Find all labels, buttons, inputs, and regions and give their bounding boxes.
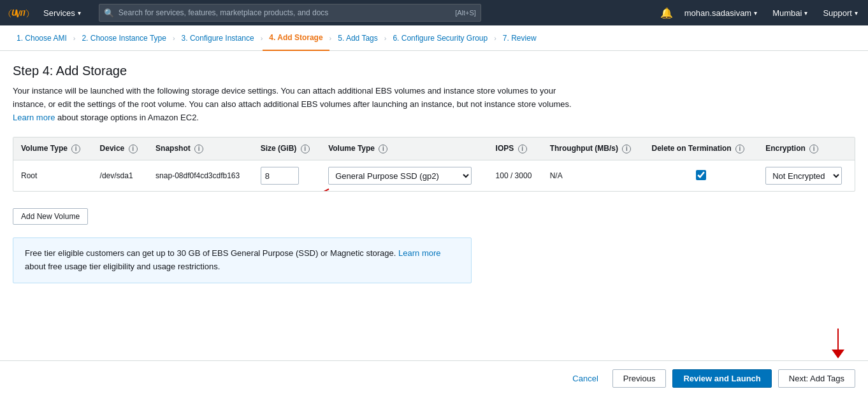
breadcrumb-step-2[interactable]: 2. Choose Instance Type bbox=[75, 25, 173, 51]
bottom-action-bar: Cancel Previous Review and Launch Next: … bbox=[0, 360, 868, 396]
breadcrumb-step-7[interactable]: 7. Review bbox=[496, 25, 543, 51]
cancel-button[interactable]: Cancel bbox=[565, 370, 605, 387]
cell-size bbox=[253, 160, 321, 192]
col-header-vol-type: Volume Type i bbox=[321, 138, 488, 160]
col-header-snapshot: Snapshot i bbox=[148, 138, 253, 160]
vol-type-info-icon[interactable]: i bbox=[379, 145, 387, 153]
size-info-icon[interactable]: i bbox=[301, 145, 310, 153]
info-text-before-link: Free tier eligible customers can get up … bbox=[25, 248, 396, 258]
storage-table: Volume Type i Device i Snapshot i Size (… bbox=[13, 138, 855, 191]
delete-term-info-icon[interactable]: i bbox=[735, 145, 744, 153]
services-menu-button[interactable]: Services ▾ bbox=[38, 6, 86, 20]
free-tier-learn-more-link[interactable]: Learn more bbox=[398, 248, 440, 258]
size-input[interactable] bbox=[261, 167, 299, 185]
support-chevron-icon: ▾ bbox=[855, 10, 858, 17]
col-header-device: Device i bbox=[92, 138, 148, 160]
cell-encryption: Not Encrypted aws/ebs bbox=[758, 160, 855, 192]
storage-table-container: Volume Type i Device i Snapshot i Size (… bbox=[13, 137, 855, 192]
page-title: Step 4: Add Storage bbox=[13, 64, 855, 78]
top-navigation: Services ▾ 🔍 [Alt+S] 🔔 mohan.sadasivam ▾… bbox=[0, 0, 868, 25]
next-add-tags-button[interactable]: Next: Add Tags bbox=[778, 369, 855, 388]
aws-logo bbox=[6, 4, 32, 22]
col-header-delete-on-term: Delete on Termination i bbox=[644, 138, 758, 160]
device-info-icon[interactable]: i bbox=[129, 145, 138, 153]
snapshot-info-icon[interactable]: i bbox=[194, 145, 203, 153]
cell-snapshot: snap-08df0f4cd3cdfb163 bbox=[148, 160, 253, 192]
support-menu-button[interactable]: Support ▾ bbox=[819, 6, 862, 20]
cell-device: /dev/sda1 bbox=[92, 160, 148, 192]
region-label: Mumbai bbox=[772, 8, 802, 18]
nav-right-section: 🔔 mohan.sadasivam ▾ Mumbai ▾ Support ▾ bbox=[660, 6, 862, 20]
username-label: mohan.sadasivam bbox=[684, 8, 752, 18]
throughput-info-icon[interactable]: i bbox=[622, 145, 631, 153]
col-header-throughput: Throughput (MB/s) i bbox=[542, 138, 644, 160]
encryption-info-icon[interactable]: i bbox=[809, 145, 818, 153]
encryption-select[interactable]: Not Encrypted aws/ebs bbox=[765, 167, 842, 185]
iops-info-icon[interactable]: i bbox=[518, 145, 527, 153]
cell-volume-type-select: General Purpose SSD (gp2) Provisioned IO… bbox=[321, 160, 488, 192]
learn-more-link[interactable]: Learn more bbox=[13, 113, 55, 122]
table-row: Root /dev/sda1 snap-08df0f4cd3cdfb163 bbox=[13, 160, 855, 192]
cell-throughput: N/A bbox=[542, 160, 644, 192]
col-header-iops: IOPS i bbox=[488, 138, 542, 160]
breadcrumb-step-6[interactable]: 6. Configure Security Group bbox=[386, 25, 494, 51]
volume-type-select[interactable]: General Purpose SSD (gp2) Provisioned IO… bbox=[328, 167, 472, 185]
search-icon: 🔍 bbox=[104, 8, 114, 18]
user-menu-button[interactable]: mohan.sadasivam ▾ bbox=[681, 6, 762, 20]
page-desc-text1: Your instance will be launched with the … bbox=[13, 86, 572, 109]
services-chevron-icon: ▾ bbox=[78, 10, 81, 17]
cell-iops: 100 / 3000 bbox=[488, 160, 542, 192]
add-volume-label: Add New Volume bbox=[21, 212, 80, 221]
region-chevron-icon: ▾ bbox=[804, 10, 807, 17]
breadcrumb-step-5[interactable]: 5. Add Tags bbox=[331, 25, 384, 51]
search-shortcut: [Alt+S] bbox=[455, 9, 476, 17]
col-header-size: Size (GiB) i bbox=[253, 138, 321, 160]
col-header-encryption: Encryption i bbox=[758, 138, 855, 160]
cell-delete-on-term bbox=[644, 160, 758, 192]
info-text-after-link: about free usage tier eligibility and us… bbox=[25, 262, 220, 271]
notifications-icon[interactable]: 🔔 bbox=[660, 7, 673, 19]
search-input[interactable] bbox=[99, 4, 481, 22]
main-content: Step 4: Add Storage Your instance will b… bbox=[0, 51, 868, 396]
breadcrumb-step-4[interactable]: 4. Add Storage bbox=[263, 25, 329, 51]
size-arrow-container bbox=[261, 167, 313, 185]
breadcrumb-step-3[interactable]: 3. Configure Instance bbox=[175, 25, 261, 51]
col-header-volume-type: Volume Type i bbox=[13, 138, 92, 160]
breadcrumb-step-1[interactable]: 1. Choose AMI bbox=[10, 25, 73, 51]
page-desc-text2: about storage options in Amazon EC2. bbox=[57, 113, 199, 122]
previous-button[interactable]: Previous bbox=[612, 369, 667, 388]
search-bar: 🔍 [Alt+S] bbox=[99, 4, 481, 22]
free-tier-info-box: Free tier eligible customers can get up … bbox=[13, 237, 472, 283]
region-menu-button[interactable]: Mumbai ▾ bbox=[769, 6, 811, 20]
review-and-launch-button[interactable]: Review and Launch bbox=[672, 369, 771, 388]
add-new-volume-button[interactable]: Add New Volume bbox=[13, 208, 88, 225]
user-chevron-icon: ▾ bbox=[754, 10, 757, 17]
volume-type-info-icon[interactable]: i bbox=[71, 145, 80, 153]
cell-volume-type: Root bbox=[13, 160, 92, 192]
breadcrumb-bar: 1. Choose AMI › 2. Choose Instance Type … bbox=[0, 25, 868, 51]
services-label: Services bbox=[43, 8, 75, 18]
page-description: Your instance will be launched with the … bbox=[13, 85, 586, 124]
delete-on-termination-checkbox[interactable] bbox=[696, 170, 706, 180]
support-label: Support bbox=[823, 8, 852, 18]
